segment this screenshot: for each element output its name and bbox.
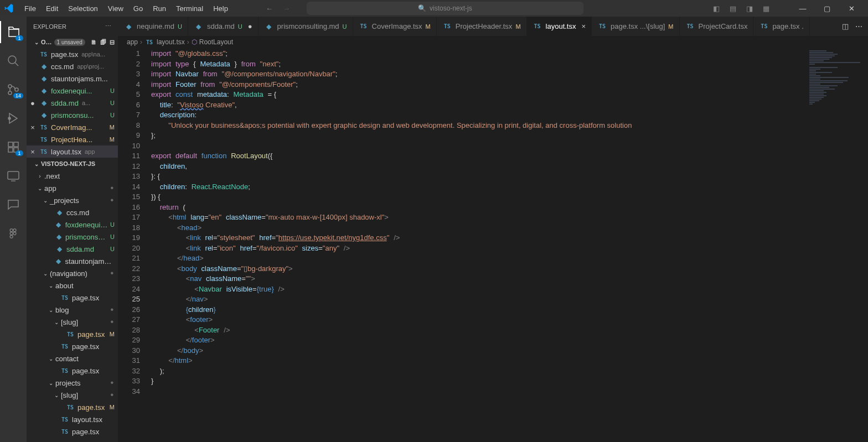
layout-toggle-left-icon[interactable]: ◧ — [713, 4, 720, 13]
menu-selection[interactable]: Selection — [64, 2, 102, 15]
svg-point-4 — [8, 117, 11, 119]
file-stauntonjams.md[interactable]: ◆stauntonjams.md — [27, 255, 118, 267]
file-page.tsx[interactable]: TSpage.tsx — [27, 365, 118, 377]
tab-CoverImage.tsx[interactable]: TSCoverImage.tsxM — [353, 17, 437, 36]
activity-debug[interactable] — [0, 107, 27, 129]
file-page.tsx[interactable]: TSpage.tsx — [27, 425, 118, 438]
window-maximize[interactable]: ▢ — [815, 0, 839, 17]
sidebar-more-icon[interactable]: ⋯ — [105, 23, 111, 30]
activity-comment[interactable] — [0, 194, 27, 216]
open-editor-item[interactable]: ◆prismconsu...U — [27, 109, 118, 121]
tab-nequine.md[interactable]: ◆nequine.mdU — [118, 17, 188, 36]
open-editor-item[interactable]: TSProjectHea...M — [27, 133, 118, 145]
lightbulb-icon[interactable]: 💡 — [151, 301, 152, 312]
folder-(navigation)[interactable]: ⌄(navigation)• — [27, 267, 118, 279]
menu-view[interactable]: View — [104, 2, 128, 15]
open-editor-item[interactable]: ◆stauntonjams.m... — [27, 72, 118, 85]
file-page.tsx[interactable]: TSpage.tsx — [27, 292, 118, 304]
menu-run[interactable]: Run — [148, 2, 170, 15]
folder-projects[interactable]: ⌄projects• — [27, 377, 118, 389]
layout-toggle-right-icon[interactable]: ◨ — [746, 4, 753, 13]
chevron-icon: ⌄ — [42, 271, 49, 277]
file-page.tsx[interactable]: TSpage.tsx — [27, 340, 118, 352]
folder-blog[interactable]: ⌄blog• — [27, 304, 118, 316]
ts-icon: TS — [65, 404, 75, 410]
file-layout.tsx[interactable]: TSlayout.tsx — [27, 413, 118, 425]
file-foxdenequine...[interactable]: ◆foxdenequine...U — [27, 219, 118, 231]
tab-ProjectHeader.tsx[interactable]: TSProjectHeader.tsxM — [437, 17, 527, 36]
ts-icon: TS — [144, 39, 154, 45]
close-all-icon[interactable]: ⊟ — [110, 39, 115, 46]
chevron-icon: ⌄ — [42, 197, 49, 204]
open-editor-item[interactable]: ×TSlayout.tsxapp — [27, 145, 118, 158]
activity-extensions[interactable]: 1 — [0, 136, 27, 158]
open-editors-section[interactable]: ⌄ O… 1 unsaved 🗎 🗐 ⊟ — [27, 36, 118, 48]
activity-search[interactable] — [0, 50, 27, 72]
open-editor-item[interactable]: ◆foxdenequi...U — [27, 85, 118, 97]
folder-contact[interactable]: ⌄contact — [27, 352, 118, 365]
modified-dot-icon: • — [110, 390, 118, 400]
open-editor-item[interactable]: TSpage.tsxapp\na... — [27, 48, 118, 60]
open-editor-item[interactable]: ×TSCoverImag...M — [27, 121, 118, 133]
tab-layout.tsx[interactable]: TSlayout.tsx× — [527, 17, 592, 36]
tab-close-icon[interactable]: × — [581, 22, 586, 30]
sidebar-title: EXPLORER — [33, 23, 66, 30]
activity-remote[interactable] — [0, 165, 27, 187]
file-page.tsx[interactable]: TSpage.tsxM — [27, 401, 118, 413]
split-editor-icon[interactable]: ◫ — [842, 22, 849, 30]
code-content[interactable]: import "@/globals.css"; import type { Me… — [151, 48, 807, 442]
menu-help[interactable]: Help — [209, 2, 232, 15]
file-prismconsulti...[interactable]: ◆prismconsulti...U — [27, 231, 118, 243]
tab-page.tsx ...\[slug][interactable]: TSpage.tsx ...\[slug]M — [592, 17, 679, 36]
chevron-icon: ⌄ — [37, 185, 43, 191]
tab-page.tsx .[interactable]: TSpage.tsx . — [753, 17, 809, 36]
tab-ProjectCard.tsx[interactable]: TSProjectCard.tsx — [680, 17, 754, 36]
new-file-icon[interactable]: 🗎 — [91, 39, 97, 46]
open-editor-item[interactable]: ◆ccs.mdapp\proj... — [27, 60, 118, 72]
svg-point-3 — [15, 88, 18, 91]
menu-file[interactable]: File — [20, 2, 40, 15]
folder-[slug][interactable]: ⌄[slug]• — [27, 316, 118, 328]
menu-bar: FileEditSelectionViewGoRunTerminalHelp — [20, 2, 232, 15]
folder-app[interactable]: ⌄app• — [27, 182, 118, 194]
menu-edit[interactable]: Edit — [42, 2, 63, 15]
activity-figma[interactable] — [0, 222, 27, 245]
breadcrumb[interactable]: app› TSlayout.tsx› ⬡RootLayout — [118, 36, 868, 48]
open-editor-item[interactable]: ●◆sdda.mda...U — [27, 97, 118, 109]
tab-prismconsulting.md[interactable]: ◆prismconsulting.mdU — [259, 17, 353, 36]
nav-forward[interactable]: → — [283, 4, 290, 13]
tab-sdda.md[interactable]: ◆sdda.mdU● — [188, 17, 259, 36]
modified-dot-icon[interactable]: ● — [29, 99, 37, 107]
layout-customize-icon[interactable]: ▦ — [763, 4, 769, 13]
modified-dot-icon[interactable]: ● — [248, 22, 252, 30]
modified-dot-icon: • — [110, 305, 118, 315]
ts-icon: TS — [39, 149, 49, 155]
activity-scm[interactable]: 14 — [0, 79, 27, 101]
command-center[interactable]: 🔍 vistoso-next-js — [307, 2, 583, 15]
activity-explorer[interactable]: 1 — [0, 21, 27, 43]
file-sdda.md[interactable]: ◆sdda.mdU — [27, 243, 118, 255]
menu-terminal[interactable]: Terminal — [172, 2, 208, 15]
project-section[interactable]: ⌄ VISTOSO-NEXT-JS — [27, 158, 118, 170]
folder-.next[interactable]: ›.next — [27, 170, 118, 182]
code-editor[interactable]: 1234567891011121314151617181920212223242… — [118, 48, 868, 442]
menu-go[interactable]: Go — [129, 2, 147, 15]
close-icon[interactable]: × — [29, 148, 37, 156]
folder-about[interactable]: ⌄about — [27, 279, 118, 292]
sidebar-header: EXPLORER ⋯ — [27, 17, 118, 36]
file-ccs.md[interactable]: ◆ccs.md — [27, 206, 118, 219]
chevron-icon: ⌄ — [48, 307, 54, 313]
window-minimize[interactable]: — — [790, 0, 815, 17]
layout-toggle-bottom-icon[interactable]: ▤ — [730, 4, 736, 13]
chevron-down-icon: ⌄ — [33, 161, 40, 167]
folder-_projects[interactable]: ⌄_projects• — [27, 194, 118, 206]
folder-[slug][interactable]: ⌄[slug]• — [27, 389, 118, 401]
file-page.tsx[interactable]: TSpage.tsxM — [27, 328, 118, 340]
save-all-icon[interactable]: 🗐 — [100, 39, 106, 46]
window-close[interactable]: ✕ — [839, 0, 864, 17]
open-editors-list: TSpage.tsxapp\na... ◆ccs.mdapp\proj... ◆… — [27, 48, 118, 158]
close-icon[interactable]: × — [29, 123, 37, 132]
more-icon[interactable]: ⋯ — [855, 22, 862, 30]
minimap[interactable] — [807, 48, 868, 442]
nav-back[interactable]: ← — [266, 4, 273, 13]
